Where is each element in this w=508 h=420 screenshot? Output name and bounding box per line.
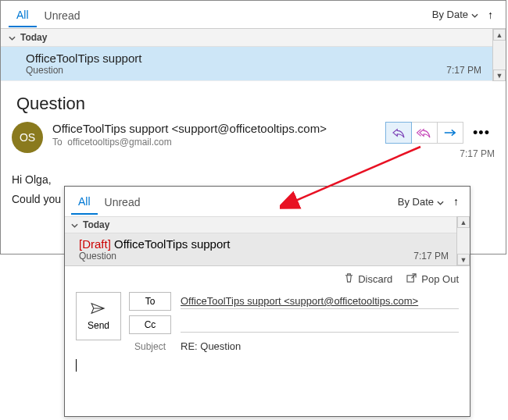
message-row[interactable]: OfficeToolTips support Question 7:17 PM [1, 47, 492, 81]
to-field[interactable]: OfficeToolTips support <support@officeto… [181, 294, 459, 309]
compose-popup: All Unread By Date ↑ Today [Draft] Offic… [64, 186, 470, 417]
discard-button[interactable]: Discard [344, 272, 392, 286]
chevron-down-icon [71, 219, 78, 230]
cc-field[interactable] [181, 317, 459, 333]
message-list-tabs: All Unread By Date ↑ [1, 1, 506, 29]
popup-tab-unread[interactable]: Unread [98, 189, 148, 214]
popout-icon [406, 273, 417, 286]
group-label: Today [20, 32, 47, 43]
chevron-down-icon [437, 196, 444, 208]
reading-subject: Question [16, 94, 495, 114]
reply-button[interactable] [385, 122, 412, 144]
reading-timestamp: 7:17 PM [386, 148, 495, 159]
chevron-down-icon [9, 32, 16, 43]
popup-scrollbar[interactable]: ▲ ▼ [456, 216, 470, 265]
svg-rect-0 [407, 275, 413, 281]
popup-message-row[interactable]: [Draft] OfficeToolTips support Question … [65, 233, 456, 265]
message-list: Today OfficeToolTips support Question 7:… [1, 29, 506, 81]
sort-direction[interactable]: ↑ [483, 9, 498, 21]
message-subject: Question [26, 65, 478, 76]
cc-button[interactable]: Cc [129, 315, 171, 334]
forward-button[interactable] [437, 122, 463, 144]
reading-to: To officetooltips@gmail.com [52, 137, 377, 148]
popup-message-from: OfficeToolTips support [114, 237, 230, 251]
compose-body[interactable] [65, 354, 470, 376]
popup-message-list: Today [Draft] OfficeToolTips support Que… [65, 216, 470, 266]
sort-label: By Date [432, 9, 468, 20]
subject-field[interactable]: RE: Question [181, 339, 459, 354]
scroll-up-icon[interactable]: ▲ [493, 29, 506, 41]
avatar: OS [12, 122, 43, 153]
popup-message-subject: Question [79, 251, 445, 262]
popup-sort-direction[interactable]: ↑ [449, 195, 463, 208]
subject-label: Subject [129, 341, 171, 352]
scroll-down-icon[interactable]: ▼ [457, 254, 470, 265]
compose-form: Send To OfficeToolTips support <support@… [65, 292, 470, 354]
draft-tag: [Draft] [79, 237, 111, 251]
scroll-up-icon[interactable]: ▲ [457, 216, 470, 228]
popout-button[interactable]: Pop Out [406, 272, 459, 286]
popup-tabs: All Unread By Date ↑ [65, 187, 470, 216]
sort-by-date[interactable]: By Date [428, 9, 483, 20]
chevron-down-icon [471, 9, 478, 20]
group-header-today[interactable]: Today [1, 29, 492, 47]
send-button[interactable]: Send [76, 292, 121, 340]
send-icon [90, 302, 107, 317]
message-time: 7:17 PM [446, 65, 481, 76]
message-from: OfficeToolTips support [26, 52, 478, 65]
compose-toolbar: Discard Pop Out [65, 266, 470, 292]
tab-all[interactable]: All [9, 2, 37, 27]
reply-all-button[interactable] [411, 122, 438, 144]
reading-actions: ••• [386, 122, 495, 144]
scroll-down-icon[interactable]: ▼ [493, 69, 506, 81]
popup-group-header[interactable]: Today [65, 216, 456, 233]
popup-sort-by-date[interactable]: By Date [393, 196, 449, 208]
trash-icon [344, 272, 354, 286]
more-actions-button[interactable]: ••• [468, 122, 495, 144]
to-button[interactable]: To [129, 292, 171, 311]
list-scrollbar[interactable]: ▲ ▼ [492, 29, 506, 81]
reading-from: OfficeToolTips support <support@officeto… [52, 122, 377, 135]
tab-unread[interactable]: Unread [37, 3, 88, 27]
text-cursor [76, 359, 77, 372]
popup-message-time: 7:17 PM [413, 251, 449, 262]
popup-tab-all[interactable]: All [71, 188, 98, 215]
